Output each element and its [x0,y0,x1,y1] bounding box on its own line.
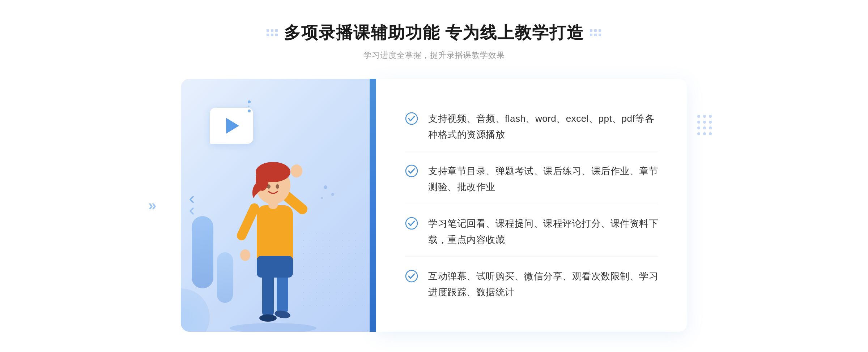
rdot [697,132,700,135]
arrow-left-icon [187,194,197,205]
title-dots-right [590,29,601,37]
rdot [709,115,712,118]
svg-point-18 [331,193,334,196]
rdot [709,121,712,124]
rdot [697,115,700,118]
sparkle-dot [248,100,251,103]
svg-point-8 [291,164,302,177]
header-section: 多项录播课辅助功能 专为线上教学打造 学习进度全掌握，提升录播课教学效果 [267,22,602,61]
svg-rect-16 [257,256,293,278]
person-illustration [210,115,336,332]
feature-item-1: 支持视频、音频、flash、word、excel、ppt、pdf等各种格式的资源… [405,102,658,151]
svg-point-22 [406,218,417,229]
subtitle: 学习进度全掌握，提升录播课教学效果 [363,50,505,61]
rdot [709,132,712,135]
svg-point-14 [267,184,271,189]
right-dot-decoration [697,115,712,136]
dot [271,34,273,36]
svg-point-20 [406,113,417,124]
rdot [709,126,712,129]
dot [275,29,278,32]
content-section: 支持视频、音频、flash、word、excel、ppt、pdf等各种格式的资源… [181,79,687,332]
rdot [703,132,706,135]
svg-point-9 [240,249,250,261]
circle-decoration [181,288,210,332]
svg-point-15 [276,184,279,189]
dot [594,34,597,36]
dot [271,29,273,32]
dot [267,34,269,36]
svg-point-23 [406,270,417,282]
feature-item-3: 学习笔记回看、课程提问、课程评论打分、课件资料下载，重点内容收藏 [405,207,658,256]
svg-point-19 [321,197,323,199]
check-icon-3 [405,217,418,230]
features-area: 支持视频、音频、flash、word、excel、ppt、pdf等各种格式的资源… [376,79,687,332]
sparkle-dot [248,110,251,112]
feature-text-2: 支持章节目录、弹题考试、课后练习、课后作业、章节测验、批改作业 [428,163,658,195]
rdot [703,121,706,124]
dot [594,29,597,32]
feature-item-2: 支持章节目录、弹题考试、课后练习、课后作业、章节测验、批改作业 [405,154,658,204]
chevron-icon: » [148,197,156,214]
sparkle-dot-small [248,106,250,107]
feature-text-3: 学习笔记回看、课程提问、课程评论打分、课件资料下载，重点内容收藏 [428,215,658,247]
main-title: 多项录播课辅助功能 专为线上教学打造 [284,22,584,44]
check-icon-2 [405,164,418,177]
dot [599,34,601,36]
svg-point-21 [406,165,417,177]
rdot [703,126,706,129]
dot [590,34,592,36]
rdot [697,126,700,129]
svg-point-17 [324,185,327,189]
dot [275,34,278,36]
svg-point-3 [259,314,277,322]
blue-bar [370,79,376,332]
illustration-area [181,79,376,332]
svg-point-0 [230,323,316,332]
dot [590,29,592,32]
dot [267,29,269,32]
page-wrapper: 多项录播课辅助功能 专为线上教学打造 学习进度全掌握，提升录播课教学效果 » [0,22,868,332]
title-dots-left [267,29,278,37]
left-chevrons: » [148,197,156,214]
rdot [697,121,700,124]
arrow-left-icon-2 [187,206,197,216]
feature-item-4: 互动弹幕、试听购买、微信分享、观看次数限制、学习进度跟踪、数据统计 [405,259,658,309]
content-wrapper: » [181,79,687,332]
dot [599,29,601,32]
rdot [703,115,706,118]
feature-text-1: 支持视频、音频、flash、word、excel、ppt、pdf等各种格式的资源… [428,111,658,142]
title-row: 多项录播课辅助功能 专为线上教学打造 [267,22,602,44]
sparkle-decoration [248,100,251,112]
feature-text-4: 互动弹幕、试听购买、微信分享、观看次数限制、学习进度跟踪、数据统计 [428,268,658,300]
check-icon-4 [405,270,418,283]
check-icon-1 [405,112,418,125]
